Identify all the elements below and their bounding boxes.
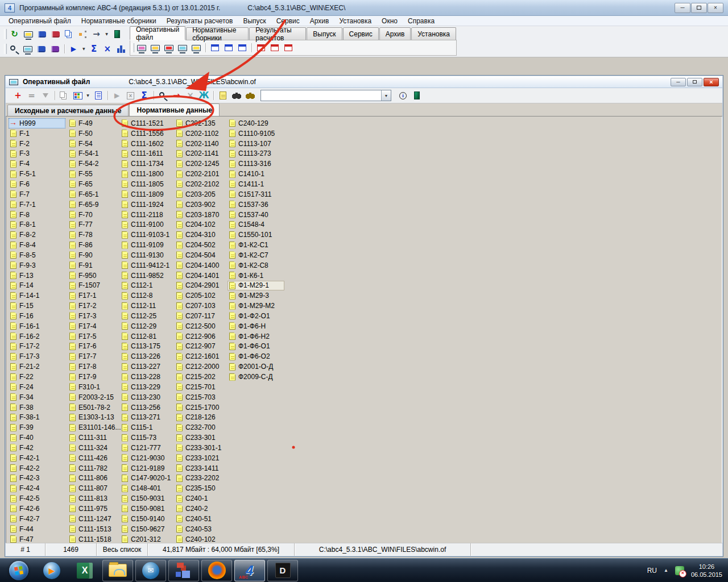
equals-icon[interactable]: = xyxy=(25,90,38,102)
file-item[interactable]: C1537-36 xyxy=(228,199,290,210)
file-item[interactable]: Ф1-Ф6-Н xyxy=(228,321,290,331)
file-item[interactable]: F17-4 xyxy=(68,321,120,331)
file-item[interactable]: F-17-2 xyxy=(9,342,68,352)
copy-disabled-icon[interactable] xyxy=(57,90,71,102)
file-item[interactable]: C111-9412-1 xyxy=(120,260,175,271)
file-item[interactable]: C111-2118 xyxy=(120,210,175,220)
file-item[interactable]: F-14 xyxy=(9,281,68,291)
file-item[interactable]: C113-229 xyxy=(120,382,175,392)
firefox-icon[interactable] xyxy=(201,560,232,581)
file-item[interactable]: C121-777 xyxy=(120,443,175,453)
file-item[interactable]: F17-2 xyxy=(68,301,120,311)
file-item[interactable]: F-54-2 xyxy=(68,159,120,169)
file-item[interactable]: C212-906 xyxy=(175,331,228,342)
file-item[interactable]: C150-9627 xyxy=(120,524,175,534)
antivirus-tray-icon[interactable] xyxy=(675,566,684,575)
file-item[interactable]: C240-1 xyxy=(175,493,228,504)
file-item[interactable]: C203-205 xyxy=(175,189,228,199)
menu-item[interactable]: Архив xyxy=(305,17,334,25)
file-item[interactable]: C111-1809 xyxy=(120,189,175,199)
file-item[interactable]: F-24 xyxy=(9,382,68,392)
file-item[interactable]: C240-129 xyxy=(228,118,290,128)
file-item[interactable]: C240-53 xyxy=(175,524,228,534)
building-bars-icon[interactable] xyxy=(114,43,127,55)
file-item[interactable]: C115-73 xyxy=(120,433,175,443)
file-item[interactable]: C121-9189 xyxy=(120,463,175,473)
file-item[interactable]: C121-9030 xyxy=(120,453,175,463)
file-item[interactable]: C148-401 xyxy=(120,483,175,493)
file-item[interactable]: F-1507 xyxy=(68,281,120,291)
file-item[interactable]: F-8 xyxy=(9,210,68,220)
file-item[interactable]: C215-202 xyxy=(175,372,228,382)
file-item[interactable]: F-8-2 xyxy=(9,230,68,240)
excel-icon[interactable]: X xyxy=(69,560,100,581)
file-item[interactable]: F-7-1 xyxy=(9,199,68,210)
module-tab[interactable]: Оперативный файл xyxy=(130,26,185,40)
file-item[interactable]: C111-9103-1 xyxy=(120,230,175,240)
file-item[interactable]: F2003-2-15 xyxy=(68,392,120,402)
file-item[interactable]: F-65 xyxy=(68,179,120,189)
child-close-button[interactable]: × xyxy=(704,78,719,86)
opfile-view-monitor-icon[interactable] xyxy=(176,42,189,54)
file-item[interactable]: C113-175 xyxy=(120,342,175,352)
file-item[interactable]: C233-2202 xyxy=(175,473,228,484)
file-item[interactable]: C202-135 xyxy=(175,118,228,128)
opfile-repair-monitor-icon[interactable] xyxy=(162,42,175,54)
file-item[interactable]: C215-1700 xyxy=(175,402,228,413)
file-item[interactable]: C150-9081 xyxy=(120,504,175,514)
file-item[interactable]: C212-907 xyxy=(175,342,228,352)
file-item[interactable]: C1411-1 xyxy=(228,179,290,189)
file-item[interactable]: F-39 xyxy=(9,422,68,433)
hidden-icons-chevron[interactable]: ▲ xyxy=(664,568,668,573)
module-tab[interactable]: Архив xyxy=(379,27,411,40)
file-item[interactable]: F-38 xyxy=(9,402,68,413)
file-item[interactable]: C205-102 xyxy=(175,290,228,301)
file-item[interactable]: C111-9109 xyxy=(120,240,175,250)
file-item[interactable]: F-9-3 xyxy=(9,260,68,271)
file-item[interactable]: C150-9031 xyxy=(120,493,175,504)
window-blue-select-icon[interactable] xyxy=(235,42,249,54)
clock[interactable]: 10:26 06.05.2015 xyxy=(691,563,722,579)
file-item[interactable]: C111-1521 xyxy=(120,118,175,128)
file-item[interactable]: E501-78-2 xyxy=(68,402,120,413)
add-item-icon[interactable]: + xyxy=(11,90,24,102)
defrag-blocks-icon[interactable] xyxy=(168,560,199,581)
file-item[interactable]: C111-1513 xyxy=(68,524,120,534)
dropdown-icon[interactable]: ▼ xyxy=(104,28,110,40)
file-item[interactable]: C240-2 xyxy=(175,504,228,514)
dropdown-icon[interactable]: ▼ xyxy=(85,90,91,102)
file-item[interactable]: H999 xyxy=(9,118,65,128)
file-item[interactable]: C207-103 xyxy=(175,301,228,311)
file-item[interactable]: C111-1805 xyxy=(120,179,175,189)
file-item[interactable]: F-15 xyxy=(9,301,68,311)
window-red-edit-icon[interactable] xyxy=(268,42,281,54)
file-item[interactable]: F-42-3 xyxy=(9,473,68,484)
file-item[interactable]: C111-1734 xyxy=(120,159,175,169)
file-item[interactable]: F-17-3 xyxy=(9,351,68,361)
file-item[interactable]: F-16-1 xyxy=(9,321,68,331)
file-item[interactable]: F-77 xyxy=(68,219,120,230)
file-item[interactable]: F-2 xyxy=(9,139,68,149)
file-item[interactable]: F17-1 xyxy=(68,290,120,301)
child-minimize-button[interactable]: ─ xyxy=(671,78,686,86)
file-item[interactable]: F-1 xyxy=(9,128,68,139)
file-item[interactable]: F-65-9 xyxy=(68,199,120,210)
stop-box-icon[interactable]: × xyxy=(124,90,137,102)
file-item[interactable]: C204-1400 xyxy=(175,260,228,271)
file-item[interactable]: C111-782 xyxy=(68,463,120,473)
module-tab[interactable]: Выпуск xyxy=(307,27,342,40)
file-item[interactable]: C113-227 xyxy=(120,361,175,372)
file-item[interactable]: C111-975 xyxy=(68,504,120,514)
file-item[interactable]: F-65-1 xyxy=(68,189,120,199)
menu-item[interactable]: Выпуск xyxy=(238,17,271,25)
file-item[interactable]: F-16-2 xyxy=(9,331,68,342)
file-item[interactable]: C204-502 xyxy=(175,240,228,250)
preview-magnifier-icon[interactable] xyxy=(156,90,169,102)
find-binoculars-icon[interactable] xyxy=(230,90,243,102)
file-item[interactable]: Ф1-М29-М2 xyxy=(228,301,290,311)
file-item[interactable]: Ф1-Ф6-О2 xyxy=(228,351,290,361)
file-item[interactable]: C112-29 xyxy=(120,321,175,331)
file-item[interactable]: F17-3 xyxy=(68,311,120,321)
file-item[interactable]: Ф1-Ф2-О1 xyxy=(228,311,290,321)
exit-door-icon[interactable] xyxy=(110,28,123,40)
